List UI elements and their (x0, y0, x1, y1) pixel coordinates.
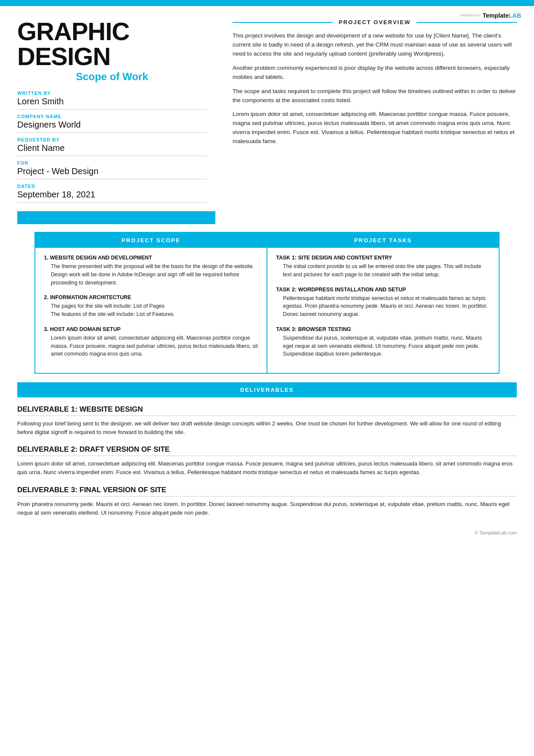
label-written-by: WRITTEN BY (17, 91, 207, 96)
field-company-name: COMPANY NAME Designers World (17, 114, 207, 133)
scope-tasks-wrapper: PROJECT SCOPE 1. WEBSITE DESIGN AND DEVE… (17, 232, 517, 374)
subtitle: Scope of Work (17, 71, 207, 83)
deliverable-2-title: DELIVERABLE 2: DRAFT VERSION OF SITE (17, 445, 517, 456)
overview-para-3: The scope and tasks required to complete… (233, 87, 517, 105)
deliverable-1-body: Following your brief being sent to the d… (17, 419, 517, 437)
field-for: FOR Project - Web Design (17, 160, 207, 179)
overview-para-4: Lorem ipsum dolor sit amet, consectetuer… (233, 110, 517, 146)
field-written-by: WRITTEN BY Loren Smith (17, 91, 207, 109)
scope-item-1-body: The theme presented with the proposal wi… (44, 262, 258, 287)
scope-item-3: 3. HOST AND DOMAIN SETUP Lorem ipsum dol… (44, 326, 258, 358)
main-title: GRAPHIC DESIGN (17, 19, 207, 69)
task-item-1: TASK 1: SITE DESIGN AND CONTENT ENTRY Th… (276, 255, 490, 279)
task-item-3-body: Suspendisse dui purus, scelerisque at, v… (276, 334, 490, 358)
overview-title: PROJECT OVERVIEW (339, 19, 411, 25)
deliverable-3-body: Proin pharetra nonummy pede. Mauris et o… (17, 500, 517, 517)
deliverable-3-title: DELIVERABLE 3: FINAL VERSION OF SITE (17, 486, 517, 497)
scope-item-2-body: The pages for the site will include: Lis… (44, 302, 258, 319)
logo-brand: TemplateLAB (483, 12, 521, 19)
scope-item-1-title: 1. WEBSITE DESIGN AND DEVELOPMENT (44, 255, 258, 261)
value-for: Project - Web Design (17, 166, 207, 179)
deliverable-item-2: DELIVERABLE 2: DRAFT VERSION OF SITE Lor… (17, 445, 517, 477)
deliverable-item-1: DELIVERABLE 1: WEBSITE DESIGN Following … (17, 405, 517, 437)
scope-column: PROJECT SCOPE 1. WEBSITE DESIGN AND DEVE… (35, 233, 267, 373)
scope-content: 1. WEBSITE DESIGN AND DEVELOPMENT The th… (35, 248, 267, 373)
scope-item-2: 2. INFORMATION ARCHITECTURE The pages fo… (44, 294, 258, 319)
top-bar (0, 0, 534, 6)
scope-header: PROJECT SCOPE (35, 233, 267, 248)
label-company-name: COMPANY NAME (17, 114, 207, 119)
overview-header: PROJECT OVERVIEW (233, 19, 517, 25)
task-item-3-title: TASK 3: BROWSER TESTING (276, 326, 490, 332)
overview-para-2: Another problem commonly experienced is … (233, 64, 517, 82)
scope-item-3-body: Lorem ipsum dolor sit amet, consectetuer… (44, 334, 258, 358)
value-company-name: Designers World (17, 120, 207, 133)
deliverable-1-title: DELIVERABLE 1: WEBSITE DESIGN (17, 405, 517, 416)
value-requested-by: Client Name (17, 143, 207, 156)
header-left: GRAPHIC DESIGN Scope of Work WRITTEN BY … (17, 19, 215, 224)
scope-item-3-title: 3. HOST AND DOMAIN SETUP (44, 326, 258, 332)
label-dated: DATED (17, 184, 207, 189)
tasks-content: TASK 1: SITE DESIGN AND CONTENT ENTRY Th… (267, 248, 499, 373)
field-dated: DATED September 18, 2021 (17, 184, 207, 203)
scope-item-2-title: 2. INFORMATION ARCHITECTURE (44, 294, 258, 300)
task-item-1-title: TASK 1: SITE DESIGN AND CONTENT ENTRY (276, 255, 490, 261)
scope-tasks-section: PROJECT SCOPE 1. WEBSITE DESIGN AND DEVE… (34, 232, 500, 374)
header-right: PROJECT OVERVIEW This project involves t… (233, 19, 517, 224)
header-section: GRAPHIC DESIGN Scope of Work WRITTEN BY … (0, 6, 534, 224)
logo-bar: CREATED BY TemplateLAB (459, 12, 521, 19)
deliverable-item-3: DELIVERABLE 3: FINAL VERSION OF SITE Pro… (17, 486, 517, 517)
task-item-2-body: Pellentesque habitant morbi tristique se… (276, 294, 490, 319)
scope-item-1: 1. WEBSITE DESIGN AND DEVELOPMENT The th… (44, 255, 258, 287)
header-wrapper: CREATED BY TemplateLAB GRAPHIC DESIGN Sc… (0, 6, 534, 224)
blue-divider (17, 211, 215, 224)
task-item-3: TASK 3: BROWSER TESTING Suspendisse dui … (276, 326, 490, 358)
field-requested-by: REQUESTED BY Client Name (17, 137, 207, 156)
tasks-header: PROJECT TASKS (267, 233, 499, 248)
label-requested-by: REQUESTED BY (17, 137, 207, 142)
deliverables-header: DELIVERABLES (17, 382, 517, 397)
deliverables-section: DELIVERABLES DELIVERABLE 1: WEBSITE DESI… (17, 382, 517, 517)
footer-text: © TemplateLab.com (475, 530, 517, 535)
task-item-2: TASK 2: WORDPRESS INSTALLATION AND SETUP… (276, 287, 490, 319)
logo-created-by: CREATED BY (459, 13, 481, 18)
task-item-1-body: The initial content provide to us will b… (276, 262, 490, 279)
logo-lab: LAB (509, 12, 521, 19)
value-written-by: Loren Smith (17, 97, 207, 109)
deliverable-2-body: Lorem ipsum dolor sit amet, consectetuer… (17, 459, 517, 477)
tasks-column: PROJECT TASKS TASK 1: SITE DESIGN AND CO… (267, 233, 499, 373)
label-for: FOR (17, 160, 207, 166)
task-item-2-title: TASK 2: WORDPRESS INSTALLATION AND SETUP (276, 287, 490, 293)
footer: © TemplateLab.com (0, 526, 534, 540)
overview-para-1: This project involves the design and dev… (233, 31, 517, 59)
value-dated: September 18, 2021 (17, 190, 207, 203)
overview-text: This project involves the design and dev… (233, 31, 517, 146)
